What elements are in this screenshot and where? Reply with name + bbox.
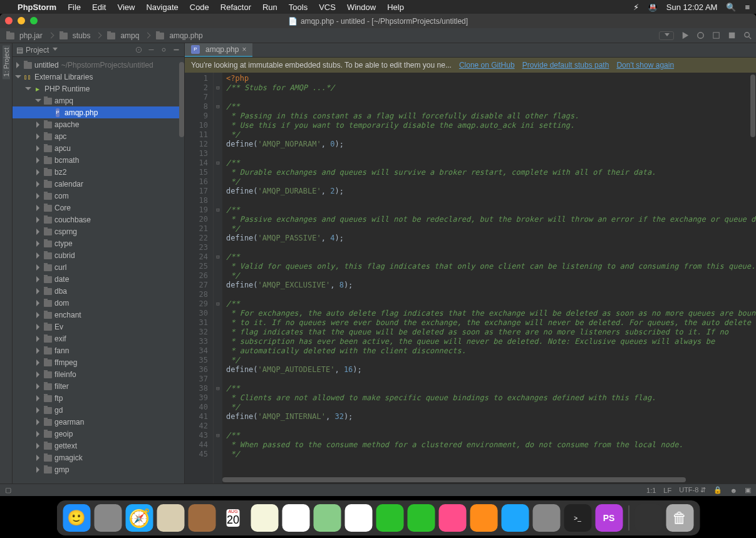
dock-app-terminal[interactable]: >_ [564, 504, 591, 532]
disclosure-triangle-icon[interactable] [35, 288, 41, 294]
fold-marker[interactable] [214, 375, 222, 384]
tree-row[interactable]: fann [13, 344, 184, 356]
code-line[interactable]: */ [226, 356, 756, 365]
editor-tab[interactable]: Pamqp.php× [185, 43, 252, 57]
spotlight-icon[interactable]: 🔍 [726, 3, 736, 12]
tree-row[interactable]: exif [13, 333, 184, 344]
fold-marker[interactable]: ⊟ [214, 252, 222, 262]
code-line[interactable] [226, 196, 756, 205]
dock-app-calendar[interactable]: AUG20 [219, 504, 247, 532]
dock-app-finder[interactable]: 🙂 [63, 504, 90, 532]
code-line[interactable]: * Use this if you want to temporarily di… [226, 121, 756, 130]
menu-window[interactable]: Window [347, 3, 376, 12]
line-separator[interactable]: LF [663, 487, 671, 494]
fold-marker[interactable] [214, 440, 222, 450]
code-line[interactable]: * Valid for queues only, this flag indic… [226, 262, 756, 271]
disclosure-triangle-icon[interactable] [35, 264, 41, 271]
disclosure-triangle-icon[interactable] [35, 157, 41, 163]
disclosure-triangle-icon[interactable] [35, 145, 41, 152]
fold-marker[interactable] [214, 365, 222, 375]
code-line[interactable]: * Durable exchanges and queues will surv… [226, 168, 756, 177]
tree-row[interactable]: filter [13, 380, 184, 392]
disclosure-triangle-icon[interactable] [35, 360, 41, 366]
menu-vcs[interactable]: VCS [319, 3, 336, 12]
code-line[interactable]: */ [226, 271, 756, 281]
code-line[interactable]: /** [226, 205, 756, 215]
fold-marker[interactable]: ⊟ [214, 299, 222, 309]
code-line[interactable]: * subscription has ever been active, the… [226, 337, 756, 346]
fold-marker[interactable] [214, 149, 222, 158]
battery-icon[interactable]: ⚡︎ [633, 3, 639, 12]
editor-scrollbar-horizontal[interactable] [222, 476, 748, 484]
fold-marker[interactable] [214, 290, 222, 299]
disclosure-triangle-icon[interactable] [35, 407, 41, 413]
tree-row[interactable]: dom [13, 297, 184, 309]
code-line[interactable]: define('AMQP_DURABLE', 2); [226, 187, 756, 196]
fold-marker[interactable] [214, 177, 222, 187]
code-line[interactable]: <?php [226, 74, 756, 83]
fold-marker[interactable] [214, 130, 222, 140]
fold-marker[interactable] [214, 337, 222, 346]
breadcrumb[interactable]: stubs [57, 29, 105, 42]
code-line[interactable] [226, 290, 756, 299]
disclosure-triangle-icon[interactable] [35, 300, 41, 306]
tree-row[interactable]: couchbase [13, 214, 184, 225]
code-line[interactable]: /** [226, 102, 756, 111]
breadcrumb[interactable]: php.jar [4, 29, 57, 42]
inspection-icon[interactable]: ☻ [730, 487, 737, 494]
dock-app-sysprefs[interactable] [532, 504, 560, 532]
run-config-dropdown[interactable] [659, 31, 674, 40]
disclosure-triangle-icon[interactable] [35, 383, 41, 390]
tree-row[interactable]: gmagick [13, 452, 184, 463]
dock-app-reminders[interactable] [282, 504, 309, 532]
code-line[interactable]: /** [226, 252, 756, 262]
disclosure-triangle-icon[interactable] [35, 133, 41, 140]
file-encoding[interactable]: UTF-8 ⇵ [679, 486, 706, 494]
disclosure-triangle-icon[interactable] [15, 74, 21, 80]
code-line[interactable]: */ [226, 177, 756, 187]
tree-row[interactable]: untitled~/PhpstormProjects/untitled [13, 59, 184, 71]
disclosure-triangle-icon[interactable] [35, 241, 41, 247]
disclosure-triangle-icon[interactable] [35, 431, 41, 437]
code-line[interactable]: /** [226, 299, 756, 309]
stop-icon[interactable] [727, 31, 737, 40]
fold-marker[interactable] [214, 262, 222, 271]
dock-app-facetime[interactable] [407, 504, 435, 532]
fold-marker[interactable] [214, 309, 222, 318]
fold-marker[interactable]: ⊟ [214, 83, 222, 93]
fold-marker[interactable]: ⊟ [214, 158, 222, 168]
code-line[interactable]: define('AMQP_NOPARAM', 0); [226, 140, 756, 149]
fold-marker[interactable]: ⊟ [214, 431, 222, 440]
menu-code[interactable]: Code [190, 3, 209, 12]
fold-marker[interactable] [214, 74, 222, 83]
readonly-lock-icon[interactable]: 🔒 [713, 486, 722, 494]
disclosure-triangle-icon[interactable] [25, 86, 31, 92]
tree-row[interactable]: date [13, 273, 184, 285]
fold-marker[interactable] [214, 271, 222, 281]
disclosure-triangle-icon[interactable] [35, 229, 41, 235]
tree-row[interactable]: Pamqp.php [13, 106, 184, 118]
dock-app-phpstorm[interactable]: PS [595, 504, 623, 532]
fold-marker[interactable] [214, 243, 222, 252]
disclosure-triangle-icon[interactable] [35, 122, 41, 128]
tree-scrollbar[interactable] [179, 57, 184, 484]
disclosure-triangle-icon[interactable] [35, 348, 41, 354]
code-line[interactable]: */ [226, 130, 756, 140]
clock[interactable]: Sun 12:02 AM [666, 3, 718, 12]
fold-marker[interactable] [214, 111, 222, 121]
disclosure-triangle-icon[interactable] [35, 371, 41, 378]
fold-marker[interactable] [214, 121, 222, 130]
dock-app-launchpad[interactable] [94, 504, 122, 532]
disclosure-triangle-icon[interactable] [15, 62, 21, 68]
tree-row[interactable]: calendar [13, 178, 184, 190]
code-line[interactable]: */ [226, 450, 756, 459]
code-line[interactable]: * For exchanges, the auto delete flag in… [226, 309, 756, 318]
code-area[interactable]: 1278910111213141516171819202122232425262… [185, 73, 756, 484]
fold-marker[interactable] [214, 356, 222, 365]
menu-extras-icon[interactable]: ≡ [745, 3, 750, 12]
disclosure-triangle-icon[interactable] [35, 252, 41, 259]
close-tab-icon[interactable]: × [242, 45, 246, 54]
disclosure-triangle-icon[interactable] [35, 395, 41, 401]
fold-marker[interactable] [214, 187, 222, 196]
tree-row[interactable]: gmp [13, 463, 184, 475]
